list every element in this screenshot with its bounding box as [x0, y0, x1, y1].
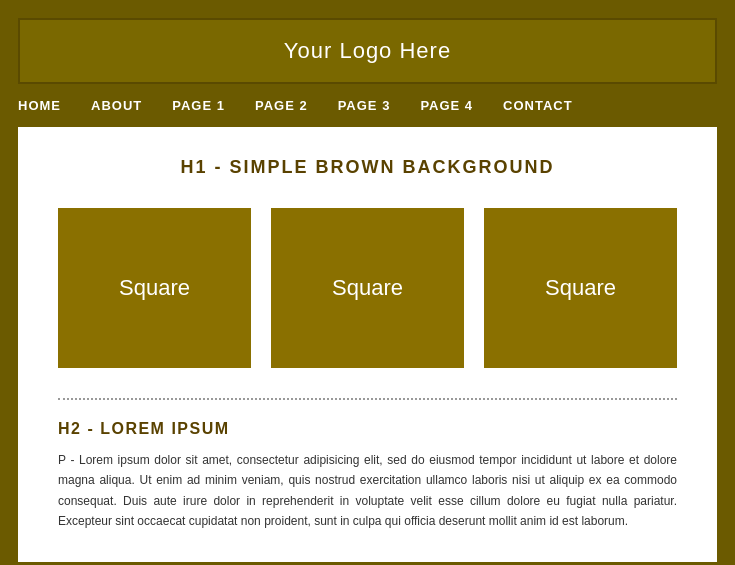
square-1: Square — [58, 208, 251, 368]
square-3-label: Square — [545, 275, 616, 301]
nav-item-page4[interactable]: PAGE 4 — [420, 98, 473, 113]
nav-item-page2[interactable]: PAGE 2 — [255, 98, 308, 113]
section-divider — [58, 398, 677, 400]
header-logo: Your Logo Here — [18, 18, 717, 84]
logo-text: Your Logo Here — [284, 38, 451, 63]
squares-row: Square Square Square — [58, 208, 677, 368]
main-content: H1 - Simple Brown Background Square Squa… — [18, 127, 717, 562]
nav-item-page1[interactable]: PAGE 1 — [172, 98, 225, 113]
page-h1: H1 - Simple Brown Background — [58, 157, 677, 178]
square-2-label: Square — [332, 275, 403, 301]
nav-item-contact[interactable]: CONTACT — [503, 98, 573, 113]
square-3: Square — [484, 208, 677, 368]
lorem-paragraph: P - Lorem ipsum dolor sit amet, consecte… — [58, 450, 677, 532]
navigation: HOME ABOUT PAGE 1 PAGE 2 PAGE 3 PAGE 4 C… — [0, 84, 735, 127]
page-h2: H2 - Lorem Ipsum — [58, 420, 677, 438]
square-2: Square — [271, 208, 464, 368]
nav-item-page3[interactable]: PAGE 3 — [338, 98, 391, 113]
nav-item-about[interactable]: ABOUT — [91, 98, 142, 113]
square-1-label: Square — [119, 275, 190, 301]
nav-item-home[interactable]: HOME — [18, 98, 61, 113]
